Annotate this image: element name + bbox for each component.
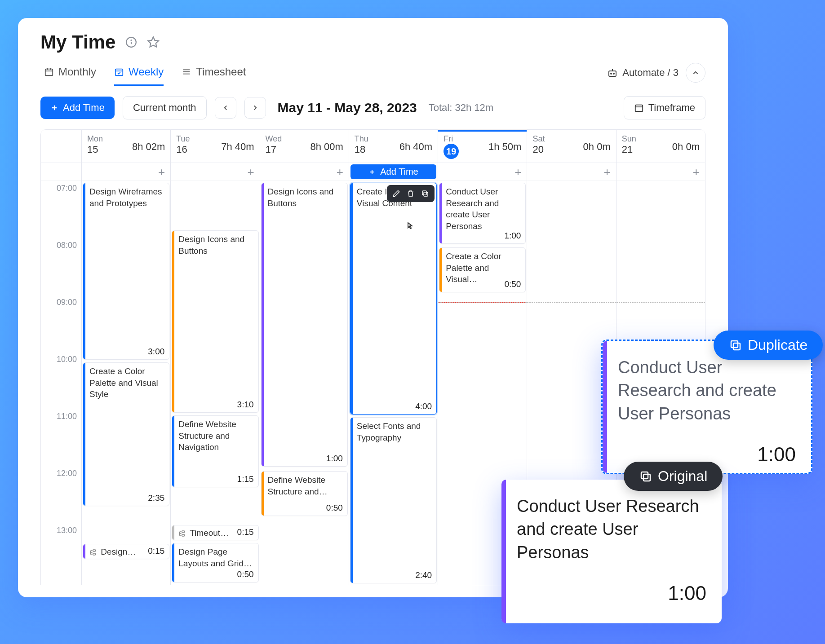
event[interactable]: Create a Color Palette and Visual Style2… <box>83 362 169 506</box>
plus-icon: + <box>337 166 343 178</box>
svg-point-6 <box>613 73 614 74</box>
subtask-icon <box>178 530 186 537</box>
day-col-wed[interactable]: Design Icons and Buttons1:00 Define Webs… <box>260 181 349 585</box>
tab-label: Monthly <box>58 66 96 78</box>
day-col-mon[interactable]: Design Wireframes and Prototypes3:00 Cre… <box>81 181 170 585</box>
svg-rect-19 <box>635 105 643 112</box>
card-title: Conduct User Research and create User Pe… <box>517 495 706 564</box>
plus-icon: + <box>693 166 700 178</box>
add-cell-fri[interactable]: + <box>438 163 527 181</box>
plus-icon: + <box>604 166 611 178</box>
calendar-check-icon <box>114 67 124 77</box>
original-pill[interactable]: Original <box>624 462 723 491</box>
svg-rect-30 <box>731 341 738 348</box>
add-cell-sat[interactable]: + <box>527 163 616 181</box>
collapse-button[interactable] <box>686 63 705 83</box>
add-cell-sun[interactable]: + <box>616 163 705 181</box>
day-col-thu[interactable]: Create Images and Visual Content 4:00 Se… <box>349 181 438 585</box>
info-icon[interactable] <box>125 36 137 48</box>
event-selected[interactable]: Create Images and Visual Content 4:00 <box>350 183 437 415</box>
dashed-indicator <box>438 302 527 303</box>
event[interactable]: Timeout…0:15 <box>172 525 258 540</box>
star-icon[interactable] <box>147 36 160 49</box>
tab-label: Timesheet <box>196 66 246 78</box>
day-header-mon[interactable]: Mon158h 02m <box>81 130 170 163</box>
prev-week-button[interactable] <box>215 97 236 119</box>
calendar-icon <box>44 67 54 77</box>
event[interactable]: Conduct User Research and create User Pe… <box>439 183 526 244</box>
automate-row: Automate / 3 <box>607 63 705 83</box>
card-title: Conduct User Research and create User Pe… <box>618 356 796 425</box>
svg-point-5 <box>611 73 612 74</box>
event[interactable]: Define Website Structure and Navigation1… <box>172 415 258 487</box>
tab-timesheet[interactable]: Timesheet <box>182 66 246 86</box>
day-header-tue[interactable]: Tue167h 40m <box>170 130 259 163</box>
svg-rect-4 <box>609 71 616 76</box>
event[interactable]: Design Page Layouts and Grid…0:50 <box>172 543 258 582</box>
timeframe-label: Timeframe <box>648 102 695 114</box>
automate-label: Automate / 3 <box>622 67 679 79</box>
column-add-time-button[interactable]: Add Time <box>350 164 436 179</box>
duplicate-button[interactable] <box>418 187 432 200</box>
day-header-fri[interactable]: Fri191h 50m <box>438 130 527 163</box>
week-total: Total: 32h 12m <box>429 102 493 114</box>
day-header-wed[interactable]: Wed178h 00m <box>260 130 349 163</box>
copy-icon <box>639 470 652 483</box>
plus-icon <box>368 168 376 176</box>
calendar-icon <box>634 103 644 113</box>
event[interactable]: Define Website Structure and…0:50 <box>261 471 348 516</box>
day-col-tue[interactable]: Design Icons and Buttons3:10 Define Webs… <box>170 181 259 585</box>
svg-rect-27 <box>424 192 428 196</box>
event[interactable]: Create a Color Palette and Visual…0:50 <box>439 247 526 292</box>
pencil-icon <box>392 190 400 198</box>
add-cell-tue[interactable]: + <box>170 163 259 181</box>
svg-point-2 <box>131 40 132 40</box>
plus-icon <box>50 104 58 112</box>
svg-marker-3 <box>148 37 159 47</box>
add-cell-thu: Add Time <box>349 163 438 181</box>
duplicate-preview-card[interactable]: Conduct User Research and create User Pe… <box>601 340 812 474</box>
card-duration: 1:00 <box>517 582 706 604</box>
tabs: Monthly Weekly Timesheet <box>40 66 705 86</box>
add-cell-wed[interactable]: + <box>260 163 349 181</box>
day-header-sun[interactable]: Sun210h 0m <box>616 130 705 163</box>
tab-label: Weekly <box>129 66 164 78</box>
header: My Time Automate / 3 Monthly <box>18 18 728 86</box>
event[interactable]: Design…0:15 <box>83 544 169 559</box>
svg-rect-29 <box>733 343 740 350</box>
tab-weekly[interactable]: Weekly <box>114 66 164 86</box>
current-month-label: Current month <box>133 102 196 114</box>
next-week-button[interactable] <box>244 97 266 119</box>
plus-icon: + <box>247 166 254 178</box>
event[interactable]: Design Icons and Buttons3:10 <box>172 230 258 413</box>
time-gutter: 07:00 08:00 09:00 10:00 11:00 12:00 13:0… <box>41 181 81 585</box>
delete-button[interactable] <box>404 187 417 200</box>
event[interactable]: Design Icons and Buttons1:00 <box>261 183 348 467</box>
event[interactable]: Design Wireframes and Prototypes3:00 <box>83 183 169 360</box>
corner-cell <box>41 130 81 163</box>
dashed-indicator <box>617 302 705 303</box>
automate-button[interactable]: Automate / 3 <box>607 67 679 79</box>
edit-button[interactable] <box>390 187 403 200</box>
day-header-thu[interactable]: Thu186h 40m <box>349 130 438 163</box>
add-cell-mon[interactable]: + <box>81 163 170 181</box>
pointer-cursor-icon <box>404 222 415 233</box>
current-month-button[interactable]: Current month <box>123 96 207 119</box>
copy-icon <box>421 190 429 198</box>
toolbar: Add Time Current month May 11 - May 28, … <box>18 86 728 129</box>
plus-icon: + <box>158 166 165 178</box>
day-header-sat[interactable]: Sat200h 0m <box>527 130 616 163</box>
trash-icon <box>407 190 415 198</box>
subtask-icon <box>89 549 97 556</box>
add-time-button[interactable]: Add Time <box>40 97 115 119</box>
tab-monthly[interactable]: Monthly <box>44 66 96 86</box>
dashed-indicator <box>527 302 616 303</box>
title-row: My Time <box>40 31 705 53</box>
page-title: My Time <box>40 31 115 53</box>
event[interactable]: Select Fonts and Typography2:40 <box>350 417 437 583</box>
duplicate-pill[interactable]: Duplicate <box>714 331 823 360</box>
timeframe-button[interactable]: Timeframe <box>624 96 705 119</box>
svg-rect-12 <box>115 69 123 76</box>
plus-icon: + <box>515 166 521 178</box>
original-card[interactable]: Conduct User Research and create User Pe… <box>501 480 722 623</box>
